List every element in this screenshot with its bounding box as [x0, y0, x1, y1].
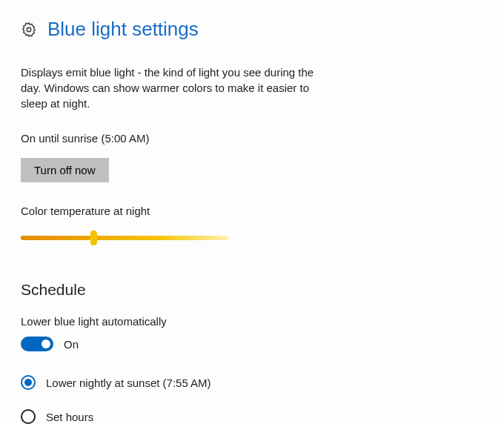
radio-option-set-hours[interactable]: Set hours	[21, 409, 483, 424]
svg-point-0	[27, 27, 31, 32]
turn-off-button[interactable]: Turn off now	[21, 158, 109, 182]
radio-icon	[21, 409, 36, 424]
color-temperature-label: Color temperature at night	[21, 205, 483, 217]
toggle-state-label: On	[64, 338, 79, 351]
description-text: Displays emit blue light - the kind of l…	[21, 64, 332, 111]
color-temperature-slider[interactable]	[21, 231, 228, 245]
slider-thumb[interactable]	[90, 231, 97, 245]
auto-lower-toggle[interactable]	[21, 337, 53, 351]
schedule-heading: Schedule	[21, 281, 483, 299]
radio-label: Lower nightly at sunset (7:55 AM)	[46, 377, 211, 389]
toggle-knob	[42, 339, 50, 348]
page-title: Blue light settings	[47, 18, 199, 41]
radio-label: Set hours	[46, 411, 93, 423]
page-header: Blue light settings	[21, 18, 483, 41]
slider-track	[21, 236, 228, 240]
radio-option-sunset[interactable]: Lower nightly at sunset (7:55 AM)	[21, 375, 483, 390]
gear-icon	[21, 21, 37, 38]
auto-lower-label: Lower blue light automatically	[21, 315, 483, 328]
radio-icon	[21, 375, 36, 390]
status-text: On until sunrise (5:00 AM)	[21, 132, 483, 145]
